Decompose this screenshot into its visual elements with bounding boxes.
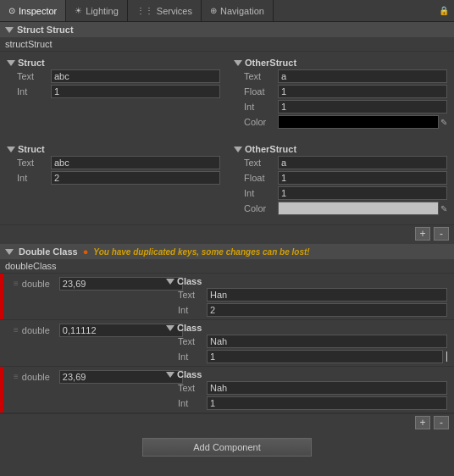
color-picker-icon-1[interactable]: ✎ [440, 118, 447, 127]
inspector-icon: ⊙ [8, 6, 15, 15]
drag-handle-1[interactable]: ≡ [14, 277, 19, 288]
class-int-input-2[interactable] [207, 350, 443, 363]
drag-handle-3[interactable]: ≡ [14, 370, 19, 381]
struct-remove-button[interactable]: - [434, 227, 449, 241]
struct-entry-1: Struct Text Int OtherStruct Tex [0, 52, 454, 138]
double-right-2: Class Text Int [161, 320, 454, 366]
class-int-row-3: Int [164, 396, 451, 411]
struct-group-2-left: Struct Text Int [3, 143, 224, 185]
double-entry-3: ≡ double Class Text Int [0, 367, 454, 413]
other-text-field-2: Text [230, 155, 451, 170]
tab-inspector[interactable]: ⊙ Inspector [0, 0, 66, 21]
struct-group-header-1: Struct [3, 57, 224, 69]
tab-navigation-label: Navigation [220, 6, 264, 16]
other-struct-collapse-1[interactable] [234, 60, 242, 66]
tab-bar: ⊙ Inspector ☀ Lighting ⋮⋮ Services ⊕ Nav… [0, 0, 454, 22]
struct-text-input-2[interactable] [51, 156, 220, 169]
double-class-header: Double Class ● You have duplicated keys,… [0, 244, 454, 259]
color-swatch-1[interactable] [278, 115, 439, 129]
class-header-3: Class [164, 368, 451, 380]
add-component-button[interactable]: Add Component [142, 438, 312, 457]
struct-entry-2: Struct Text Int OtherStruct Tex [0, 138, 454, 224]
warning-icon: ● [83, 246, 89, 257]
services-icon: ⋮⋮ [136, 6, 153, 15]
tab-services[interactable]: ⋮⋮ Services [128, 0, 202, 21]
lock-icon[interactable]: 🔒 [434, 0, 454, 21]
double-class-remove-button[interactable]: - [434, 416, 449, 429]
struct-int-input-2[interactable] [51, 171, 220, 185]
other-float-field-2: Float [230, 170, 451, 185]
navigation-icon: ⊕ [210, 6, 217, 15]
struct-int-input-1[interactable] [51, 85, 220, 98]
tab-lighting[interactable]: ☀ Lighting [66, 0, 128, 21]
double-left-1: ≡ double [0, 274, 161, 319]
color-swatch-container-1: ✎ [278, 115, 447, 129]
other-text-input-1[interactable] [278, 69, 447, 83]
warning-text: You have duplicated keys, some changes c… [93, 247, 309, 257]
lighting-icon: ☀ [75, 6, 82, 15]
other-float-field-1: Float [230, 84, 451, 99]
other-float-input-1[interactable] [278, 85, 447, 98]
double-class-add-button[interactable]: + [415, 416, 430, 429]
double-right-3: Class Text Int [161, 367, 454, 412]
struct-field-text-2: Text [3, 155, 224, 170]
other-struct-header-2: OtherStruct [230, 143, 451, 155]
other-struct-collapse-2[interactable] [234, 147, 242, 152]
class-collapse-3[interactable] [166, 372, 174, 378]
other-struct-header-1: OtherStruct [230, 57, 451, 69]
other-struct-group-1: OtherStruct Text Float Int Color [230, 57, 451, 130]
class-header-1: Class [164, 275, 451, 287]
class-header-2: Class [164, 322, 451, 334]
class-int-input-1[interactable] [207, 303, 447, 317]
tab-inspector-label: Inspector [19, 6, 57, 16]
struct-field-text-1: Text [3, 69, 224, 84]
class-text-input-1[interactable] [207, 288, 447, 302]
struct-struct-section: Struct Struct structStruct Struct Text I… [0, 22, 454, 242]
double-class-collapse-icon[interactable] [5, 249, 14, 255]
drag-handle-2[interactable]: ≡ [14, 324, 19, 335]
class-text-row-1: Text [164, 287, 451, 302]
struct-field-int-2: Int [3, 170, 224, 185]
other-int-input-1[interactable] [278, 100, 447, 113]
class-text-input-2[interactable] [207, 335, 447, 348]
other-int-field-1: Int [230, 99, 451, 114]
cursor-2 [446, 351, 447, 362]
struct-collapse-1[interactable] [7, 60, 15, 66]
class-text-input-3[interactable] [207, 381, 447, 395]
double-class-component-name: doubleClass [0, 259, 454, 274]
double-entry-1: ≡ double Class Text Int [0, 274, 454, 320]
double-right-1: Class Text Int [161, 274, 454, 319]
color-swatch-2[interactable] [278, 202, 439, 215]
class-int-input-3[interactable] [207, 396, 447, 410]
class-text-row-3: Text [164, 380, 451, 396]
other-struct-group-2: OtherStruct Text Float Int Color [230, 143, 451, 216]
class-collapse-1[interactable] [166, 279, 174, 285]
double-left-3: ≡ double [0, 367, 161, 412]
tab-navigation[interactable]: ⊕ Navigation [202, 0, 274, 21]
double-class-add-remove: + - [0, 413, 454, 431]
other-int-input-2[interactable] [278, 186, 447, 200]
color-picker-icon-2[interactable]: ✎ [440, 204, 447, 213]
struct-group-header-2: Struct [3, 143, 224, 155]
collapse-struct-icon[interactable] [5, 27, 14, 33]
struct-group-1-left: Struct Text Int [3, 57, 224, 99]
other-float-input-2[interactable] [278, 171, 447, 185]
other-text-input-2[interactable] [278, 156, 447, 169]
struct-left-2: Struct Text Int [0, 141, 227, 221]
double-class-title: Double Class [19, 246, 78, 257]
double-class-section: Double Class ● You have duplicated keys,… [0, 244, 454, 431]
struct-add-remove: + - [0, 224, 454, 242]
other-text-field-1: Text [230, 69, 451, 84]
struct-text-input-1[interactable] [51, 69, 220, 83]
class-int-row-2: Int [164, 349, 451, 364]
class-collapse-2[interactable] [166, 325, 174, 331]
color-swatch-container-2: ✎ [278, 202, 447, 215]
struct-add-button[interactable]: + [415, 227, 430, 241]
struct-collapse-2[interactable] [7, 147, 15, 152]
double-left-2: ≡ double [0, 320, 161, 366]
add-component-bar: Add Component [0, 431, 454, 463]
struct-field-int-1: Int [3, 84, 224, 99]
other-int-field-2: Int [230, 185, 451, 201]
tab-services-label: Services [157, 6, 192, 16]
tab-lighting-label: Lighting [86, 6, 119, 16]
